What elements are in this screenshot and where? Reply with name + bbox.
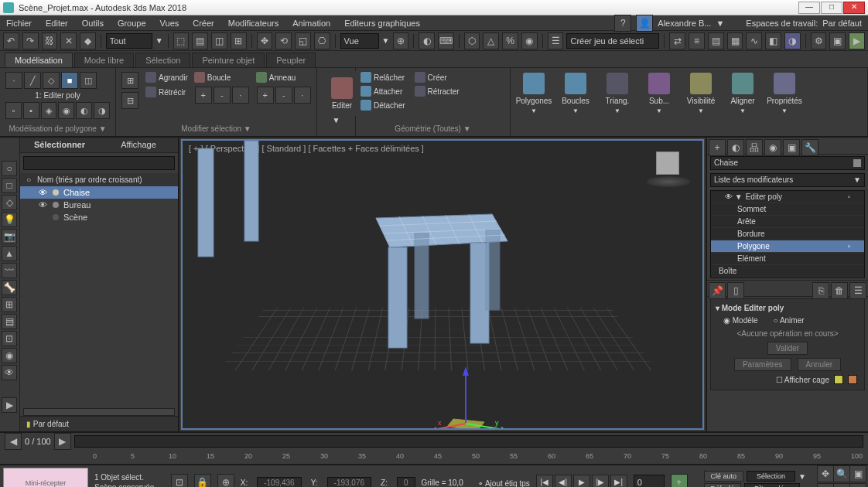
menu-animation[interactable]: Animation — [292, 19, 330, 28]
timeline-prev-icon[interactable]: ◀ — [5, 433, 22, 450]
spinner-snap-icon[interactable]: ◉ — [521, 32, 538, 49]
se-expand-icon[interactable]: ▶ — [2, 397, 17, 413]
close-button[interactable]: ✕ — [843, 2, 865, 14]
manip-icon[interactable]: ◐ — [419, 32, 435, 49]
se-item-scene[interactable]: Scène — [20, 211, 178, 223]
se-tool-2-icon[interactable]: □ — [2, 178, 17, 193]
polygones-bigbutton[interactable]: Polygones▼ — [514, 71, 554, 116]
redo-icon[interactable]: ↷ — [22, 32, 39, 49]
ring-d-icon[interactable]: · — [294, 87, 311, 104]
se-header[interactable]: ○ Nom (triés par ordre croissant) — [20, 173, 178, 186]
game-set-field[interactable] — [566, 33, 659, 49]
menu-groupe[interactable]: Groupe — [118, 19, 146, 28]
creer-button[interactable]: Créer — [415, 71, 460, 83]
radio-modele[interactable]: ◉ Modèle — [723, 316, 758, 325]
tab-modelisation[interactable]: Modélisation — [5, 53, 73, 67]
retrecir-button[interactable]: Rétrécir — [145, 86, 188, 98]
se-tool-12-icon[interactable]: ◉ — [2, 348, 17, 363]
select-name-icon[interactable]: ▤ — [192, 32, 208, 49]
scale-icon[interactable]: ◱ — [295, 32, 311, 49]
ref-coord[interactable] — [340, 33, 379, 49]
grow-d-icon[interactable]: · — [232, 87, 249, 104]
render-setup-icon[interactable]: ⚙ — [811, 32, 827, 49]
stack-config-icon[interactable]: ☰ — [849, 282, 866, 299]
window-crossing-icon[interactable]: ⊞ — [231, 32, 247, 49]
help-icon[interactable]: ? — [614, 15, 631, 32]
user-name[interactable]: Alexandre B... — [658, 19, 711, 28]
tab-peinture-objet[interactable]: Peinture objet — [192, 53, 265, 67]
workspaces-value[interactable]: Par défaut — [822, 19, 862, 28]
menu-creer[interactable]: Créer — [193, 19, 214, 28]
poly-c-icon[interactable]: ◈ — [41, 102, 57, 119]
timeline-next-icon[interactable]: ▶ — [54, 433, 71, 450]
link-icon[interactable]: ⛓ — [42, 32, 58, 49]
cp-motion-icon[interactable]: ◉ — [764, 139, 781, 156]
minimize-button[interactable]: — — [798, 2, 820, 14]
se-tool-4-icon[interactable]: 💡 — [2, 212, 17, 227]
panel-modifsel-label[interactable]: Modifier sélection ▼ — [121, 123, 312, 133]
layer-icon[interactable]: ▤ — [708, 32, 724, 49]
cp-utilities-icon[interactable]: 🔧 — [801, 139, 818, 156]
coord-x-field[interactable]: -109,436 — [257, 477, 301, 488]
vp-max-icon[interactable]: ◱ — [849, 483, 866, 488]
se-tab-selectionner[interactable]: Sélectionner — [20, 138, 99, 153]
subobj-element-icon[interactable]: ◫ — [80, 72, 97, 89]
vp-zoom-ext-icon[interactable]: ⊞ — [833, 483, 850, 488]
toggle-ribbon-icon[interactable]: ▦ — [727, 32, 743, 49]
select-icon[interactable]: ⬚ — [173, 32, 190, 49]
constraint-a-icon[interactable]: ⊞ — [121, 72, 138, 89]
attacher-button[interactable]: Attacher — [361, 85, 405, 97]
aligner-bigbutton[interactable]: Aligner▼ — [723, 71, 763, 116]
tab-peupler[interactable]: Peupler — [266, 53, 316, 67]
grow-p-icon[interactable]: + — [195, 87, 212, 104]
mod-element[interactable]: Elément — [711, 253, 864, 265]
snap-icon[interactable]: ⬡ — [464, 32, 480, 49]
boucles-bigbutton[interactable]: Boucles▼ — [555, 71, 596, 116]
poly-a-icon[interactable]: ▫ — [5, 102, 22, 119]
key-filters-button[interactable]: Filtres clé... — [744, 483, 800, 487]
vp-orbit-icon[interactable]: ⟲ — [817, 483, 834, 488]
key-filter-selection[interactable]: Sélection — [747, 471, 795, 482]
mod-editer-poly[interactable]: 👁 ▼ Editer poly▫ — [711, 191, 864, 203]
coord-z-field[interactable]: 0 — [397, 477, 415, 488]
curve-editor-icon[interactable]: ∿ — [746, 32, 762, 49]
schematic-icon[interactable]: ◧ — [765, 32, 781, 49]
viewport[interactable]: [ + ] [ Perspective ] [ Standard ] [ Fac… — [181, 139, 704, 430]
poly-b-icon[interactable]: ▪ — [23, 102, 39, 119]
se-tool-11-icon[interactable]: ⊡ — [2, 331, 17, 346]
vp-fov-icon[interactable]: ▣ — [849, 465, 866, 482]
subobj-border-icon[interactable]: ◇ — [43, 72, 60, 89]
tab-selection[interactable]: Sélection — [135, 53, 190, 67]
stack-remove-icon[interactable]: 🗑 — [831, 282, 848, 299]
def-cle-button[interactable]: Déf. clé — [704, 483, 742, 487]
subobj-polygon-icon[interactable]: ■ — [61, 72, 78, 89]
panel-poly-label[interactable]: Modélisation de polygone ▼ — [5, 123, 111, 133]
ring-m-icon[interactable]: - — [275, 87, 292, 104]
anneau-button[interactable]: Anneau — [256, 71, 312, 83]
stack-pin-icon[interactable]: 📌 — [709, 282, 726, 299]
radio-animer[interactable]: ○ Animer — [774, 316, 805, 325]
maximize-button[interactable]: □ — [821, 2, 842, 14]
render-frame-icon[interactable]: ▣ — [829, 32, 846, 49]
rotate-icon[interactable]: ⟲ — [275, 32, 292, 49]
cp-modify-icon[interactable]: ◐ — [727, 139, 744, 156]
se-tab-affichage[interactable]: Affichage — [99, 138, 178, 153]
detacher-button[interactable]: Détacher — [361, 99, 405, 111]
se-footer[interactable]: ▮ Par défaut — [20, 416, 178, 431]
mod-bordure[interactable]: Bordure — [711, 228, 864, 240]
subobj-vertex-icon[interactable]: · — [5, 72, 22, 89]
poly-d-icon[interactable]: ◉ — [58, 102, 74, 119]
se-tool-1-icon[interactable]: ○ — [2, 161, 17, 176]
unlink-icon[interactable]: ✕ — [60, 32, 77, 49]
goto-end-icon[interactable]: ▶| — [610, 475, 627, 487]
vp-pan-icon[interactable]: ✥ — [817, 465, 834, 482]
stack-unique-icon[interactable]: ⎘ — [812, 282, 829, 299]
se-tool-8-icon[interactable]: 🦴 — [2, 280, 17, 295]
named-sel-icon[interactable]: ☰ — [548, 32, 564, 49]
poly-e-icon[interactable]: ◐ — [76, 102, 92, 119]
se-tool-6-icon[interactable]: ▲ — [2, 246, 17, 261]
angle-snap-icon[interactable]: △ — [483, 32, 499, 49]
subobj-edge-icon[interactable]: ╱ — [24, 72, 41, 89]
se-tool-5-icon[interactable]: 📷 — [2, 229, 17, 244]
annuler-button[interactable]: Annuler — [798, 358, 841, 371]
